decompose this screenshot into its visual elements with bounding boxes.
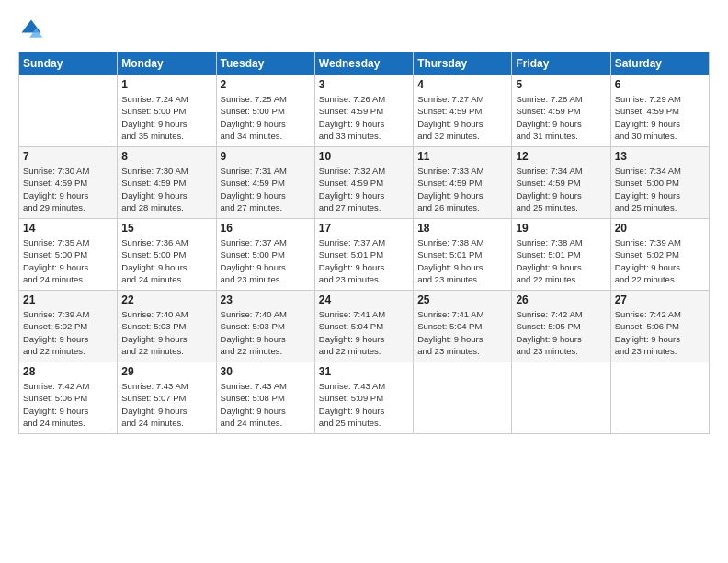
cell-content: Sunrise: 7:28 AMSunset: 4:59 PMDaylight:… <box>516 93 606 142</box>
logo-icon <box>18 17 44 42</box>
cell-content: Sunrise: 7:25 AMSunset: 5:00 PMDaylight:… <box>221 93 311 142</box>
week-row-2: 7Sunrise: 7:30 AMSunset: 4:59 PMDaylight… <box>19 147 710 219</box>
day-number: 12 <box>516 150 606 163</box>
day-number: 14 <box>23 222 113 235</box>
column-header-thursday: Thursday <box>414 52 512 75</box>
calendar-cell: 12Sunrise: 7:34 AMSunset: 4:59 PMDayligh… <box>512 147 610 219</box>
cell-content: Sunrise: 7:30 AMSunset: 4:59 PMDaylight:… <box>121 165 211 213</box>
cell-content: Sunrise: 7:42 AMSunset: 5:06 PMDaylight:… <box>615 308 705 357</box>
cell-content: Sunrise: 7:37 AMSunset: 5:00 PMDaylight:… <box>221 236 311 285</box>
calendar-cell: 16Sunrise: 7:37 AMSunset: 5:00 PMDayligh… <box>216 219 314 291</box>
calendar-cell <box>414 362 512 434</box>
calendar-cell: 28Sunrise: 7:42 AMSunset: 5:06 PMDayligh… <box>19 362 118 434</box>
cell-content: Sunrise: 7:34 AMSunset: 5:00 PMDaylight:… <box>615 165 705 213</box>
calendar-cell: 27Sunrise: 7:42 AMSunset: 5:06 PMDayligh… <box>610 291 709 362</box>
day-number: 19 <box>516 222 606 235</box>
day-number: 27 <box>615 293 705 306</box>
day-number: 25 <box>417 293 507 306</box>
calendar-cell: 25Sunrise: 7:41 AMSunset: 5:04 PMDayligh… <box>414 291 512 362</box>
day-number: 6 <box>615 78 705 91</box>
calendar-cell: 15Sunrise: 7:36 AMSunset: 5:00 PMDayligh… <box>118 219 216 291</box>
cell-content: Sunrise: 7:41 AMSunset: 5:04 PMDaylight:… <box>319 308 409 357</box>
cell-content: Sunrise: 7:33 AMSunset: 4:59 PMDaylight:… <box>417 165 507 213</box>
calendar-cell: 17Sunrise: 7:37 AMSunset: 5:01 PMDayligh… <box>314 219 413 291</box>
day-number: 20 <box>615 222 705 235</box>
column-header-wednesday: Wednesday <box>314 52 413 75</box>
calendar-cell: 21Sunrise: 7:39 AMSunset: 5:02 PMDayligh… <box>19 291 118 362</box>
calendar-cell: 1Sunrise: 7:24 AMSunset: 5:00 PMDaylight… <box>118 75 216 147</box>
cell-content: Sunrise: 7:39 AMSunset: 5:02 PMDaylight:… <box>615 236 705 285</box>
cell-content: Sunrise: 7:36 AMSunset: 5:00 PMDaylight:… <box>121 236 211 285</box>
day-number: 23 <box>221 293 311 306</box>
cell-content: Sunrise: 7:42 AMSunset: 5:06 PMDaylight:… <box>23 380 113 429</box>
cell-content: Sunrise: 7:26 AMSunset: 4:59 PMDaylight:… <box>319 93 409 142</box>
calendar-cell: 18Sunrise: 7:38 AMSunset: 5:01 PMDayligh… <box>414 219 512 291</box>
calendar-cell: 14Sunrise: 7:35 AMSunset: 5:00 PMDayligh… <box>19 219 118 291</box>
calendar-cell: 7Sunrise: 7:30 AMSunset: 4:59 PMDaylight… <box>19 147 118 219</box>
page-header <box>18 17 710 42</box>
cell-content: Sunrise: 7:29 AMSunset: 4:59 PMDaylight:… <box>615 93 705 142</box>
calendar-cell: 26Sunrise: 7:42 AMSunset: 5:05 PMDayligh… <box>512 291 610 362</box>
calendar-cell: 24Sunrise: 7:41 AMSunset: 5:04 PMDayligh… <box>314 291 413 362</box>
calendar-cell: 9Sunrise: 7:31 AMSunset: 4:59 PMDaylight… <box>216 147 314 219</box>
calendar-cell <box>512 362 610 434</box>
cell-content: Sunrise: 7:43 AMSunset: 5:08 PMDaylight:… <box>221 380 311 429</box>
cell-content: Sunrise: 7:43 AMSunset: 5:07 PMDaylight:… <box>121 380 211 429</box>
week-row-1: 1Sunrise: 7:24 AMSunset: 5:00 PMDaylight… <box>19 75 710 147</box>
header-row: SundayMondayTuesdayWednesdayThursdayFrid… <box>19 52 710 75</box>
day-number: 30 <box>221 365 311 378</box>
cell-content: Sunrise: 7:24 AMSunset: 5:00 PMDaylight:… <box>121 93 211 142</box>
day-number: 4 <box>417 78 507 91</box>
calendar-cell: 3Sunrise: 7:26 AMSunset: 4:59 PMDaylight… <box>314 75 413 147</box>
day-number: 1 <box>121 78 211 91</box>
calendar-cell: 30Sunrise: 7:43 AMSunset: 5:08 PMDayligh… <box>216 362 314 434</box>
calendar-cell: 19Sunrise: 7:38 AMSunset: 5:01 PMDayligh… <box>512 219 610 291</box>
cell-content: Sunrise: 7:37 AMSunset: 5:01 PMDaylight:… <box>319 236 409 285</box>
calendar-cell: 13Sunrise: 7:34 AMSunset: 5:00 PMDayligh… <box>610 147 709 219</box>
column-header-monday: Monday <box>118 52 216 75</box>
column-header-tuesday: Tuesday <box>216 52 314 75</box>
day-number: 11 <box>417 150 507 163</box>
cell-content: Sunrise: 7:42 AMSunset: 5:05 PMDaylight:… <box>516 308 606 357</box>
column-header-saturday: Saturday <box>610 52 709 75</box>
cell-content: Sunrise: 7:27 AMSunset: 4:59 PMDaylight:… <box>417 93 507 142</box>
day-number: 26 <box>516 293 606 306</box>
day-number: 10 <box>319 150 409 163</box>
cell-content: Sunrise: 7:43 AMSunset: 5:09 PMDaylight:… <box>319 380 409 429</box>
cell-content: Sunrise: 7:38 AMSunset: 5:01 PMDaylight:… <box>417 236 507 285</box>
calendar-cell: 11Sunrise: 7:33 AMSunset: 4:59 PMDayligh… <box>414 147 512 219</box>
day-number: 13 <box>615 150 705 163</box>
column-header-friday: Friday <box>512 52 610 75</box>
page-container: SundayMondayTuesdayWednesdayThursdayFrid… <box>0 0 728 443</box>
logo <box>18 17 48 42</box>
day-number: 18 <box>417 222 507 235</box>
calendar-cell <box>610 362 709 434</box>
day-number: 7 <box>23 150 113 163</box>
week-row-4: 21Sunrise: 7:39 AMSunset: 5:02 PMDayligh… <box>19 291 710 362</box>
day-number: 16 <box>221 222 311 235</box>
day-number: 29 <box>121 365 211 378</box>
calendar-cell: 29Sunrise: 7:43 AMSunset: 5:07 PMDayligh… <box>118 362 216 434</box>
calendar-cell: 20Sunrise: 7:39 AMSunset: 5:02 PMDayligh… <box>610 219 709 291</box>
calendar-cell: 6Sunrise: 7:29 AMSunset: 4:59 PMDaylight… <box>610 75 709 147</box>
calendar-cell: 10Sunrise: 7:32 AMSunset: 4:59 PMDayligh… <box>314 147 413 219</box>
calendar-cell: 8Sunrise: 7:30 AMSunset: 4:59 PMDaylight… <box>118 147 216 219</box>
day-number: 3 <box>319 78 409 91</box>
day-number: 24 <box>319 293 409 306</box>
cell-content: Sunrise: 7:39 AMSunset: 5:02 PMDaylight:… <box>23 308 113 357</box>
column-header-sunday: Sunday <box>19 52 118 75</box>
calendar-cell <box>19 75 118 147</box>
day-number: 2 <box>221 78 311 91</box>
week-row-3: 14Sunrise: 7:35 AMSunset: 5:00 PMDayligh… <box>19 219 710 291</box>
cell-content: Sunrise: 7:38 AMSunset: 5:01 PMDaylight:… <box>516 236 606 285</box>
calendar-cell: 23Sunrise: 7:40 AMSunset: 5:03 PMDayligh… <box>216 291 314 362</box>
cell-content: Sunrise: 7:31 AMSunset: 4:59 PMDaylight:… <box>221 165 311 213</box>
day-number: 15 <box>121 222 211 235</box>
day-number: 21 <box>23 293 113 306</box>
calendar-cell: 2Sunrise: 7:25 AMSunset: 5:00 PMDaylight… <box>216 75 314 147</box>
calendar-table: SundayMondayTuesdayWednesdayThursdayFrid… <box>18 52 710 434</box>
day-number: 22 <box>121 293 211 306</box>
cell-content: Sunrise: 7:34 AMSunset: 4:59 PMDaylight:… <box>516 165 606 213</box>
cell-content: Sunrise: 7:40 AMSunset: 5:03 PMDaylight:… <box>121 308 211 357</box>
day-number: 9 <box>221 150 311 163</box>
